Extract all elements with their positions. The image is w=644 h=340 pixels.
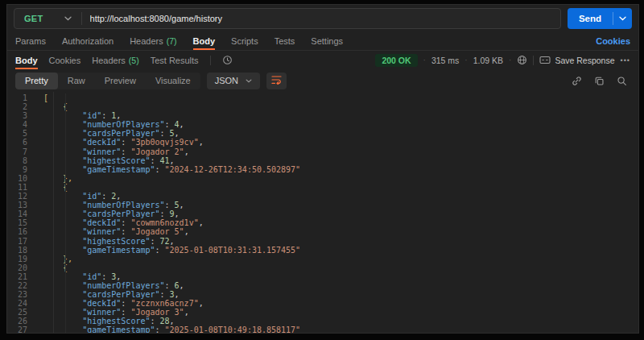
code-line: 6 "deckId": "3pb0oqvjs9cv", [7, 138, 638, 147]
line-number: 11 [7, 183, 43, 192]
line-number: 3 [7, 111, 43, 120]
line-number: 20 [7, 263, 43, 272]
code-text: "deckId": "zcznxn6acnz7", [43, 299, 204, 308]
line-number: 4 [7, 120, 43, 129]
search-icon[interactable] [617, 76, 627, 86]
divider [533, 56, 534, 65]
chevron-down-icon [246, 79, 252, 83]
dot-separator [464, 56, 467, 64]
line-number: 9 [7, 165, 43, 174]
method-select[interactable]: GET [14, 9, 81, 28]
tab-scripts[interactable]: Scripts [231, 31, 258, 50]
code-line: 15 "deckId": "cowmn6nozd1v", [7, 218, 638, 227]
response-body-editor[interactable]: 1[2 {3 "id": 1,4 "numberOfPlayers": 4,5 … [7, 92, 638, 333]
code-line: 7 "winner": "Jogador 2", [7, 147, 638, 156]
view-tab-raw[interactable]: Raw [58, 73, 95, 89]
method-url-control: GET [14, 8, 561, 29]
code-text: }, [43, 174, 72, 183]
copy-icon[interactable] [594, 76, 605, 86]
line-number: 21 [7, 272, 43, 281]
line-number: 13 [7, 201, 43, 209]
code-line: 3 "id": 1, [7, 111, 638, 120]
view-tab-pretty[interactable]: Pretty [15, 73, 58, 89]
wrap-text-icon [271, 73, 282, 88]
code-line: 22 "numberOfPlayers": 6, [7, 281, 638, 290]
link-icon[interactable] [572, 76, 582, 86]
code-text: "highestScore": 41, [43, 156, 175, 165]
response-toolbar: Body Cookies Headers(5) Test Results 200… [7, 50, 638, 69]
tab-params[interactable]: Params [15, 31, 46, 50]
line-number: 16 [7, 227, 43, 236]
divider [210, 56, 211, 65]
line-number: 7 [7, 147, 43, 156]
cookies-link[interactable]: Cookies [596, 36, 630, 46]
response-status-group: 200 OK 315 ms 1.09 KB Save Response ••• [375, 54, 630, 67]
line-number: 6 [7, 138, 43, 147]
more-options-button[interactable]: ••• [621, 56, 630, 64]
code-line: 26 "highestScore": 28, [7, 317, 638, 325]
code-line: 13 "numberOfPlayers": 5, [7, 201, 638, 209]
response-tab-headers[interactable]: Headers(5) [92, 51, 138, 69]
dot-separator [509, 56, 511, 64]
line-number: 24 [7, 299, 43, 308]
code-line: 4 "numberOfPlayers": 4, [7, 120, 638, 129]
code-text: }, [43, 255, 72, 263]
line-number: 2 [7, 102, 43, 111]
code-line: 8 "highestScore": 41, [7, 156, 638, 165]
tab-settings[interactable]: Settings [311, 31, 343, 50]
code-line: 27 "gameTimestamp": "2025-01-08T10:49:18… [7, 325, 638, 333]
line-number: 26 [7, 317, 43, 325]
line-number: 23 [7, 290, 43, 299]
send-button[interactable]: Send [568, 8, 632, 29]
code-line: 25 "winner": "Jogador 3", [7, 308, 638, 317]
view-tab-preview[interactable]: Preview [95, 73, 146, 89]
code-line: 11 { [7, 183, 638, 192]
wrap-text-button[interactable] [266, 73, 287, 89]
history-clock-icon[interactable] [222, 55, 233, 65]
code-text: "id": 2, [43, 192, 121, 201]
line-number: 22 [7, 281, 43, 290]
view-tab-visualize[interactable]: Visualize [146, 73, 200, 89]
tab-tests[interactable]: Tests [275, 31, 295, 50]
code-text: "gameTimestamp": "2025-01-08T10:31:31.15… [43, 246, 300, 255]
url-input[interactable] [82, 9, 560, 28]
code-text: "cardsPerPlayer": 3, [43, 290, 180, 299]
code-lines: 1[2 {3 "id": 1,4 "numberOfPlayers": 4,5 … [7, 93, 638, 333]
code-text: "cardsPerPlayer": 5, [43, 129, 180, 138]
tab-body[interactable]: Body [193, 31, 216, 50]
line-number: 10 [7, 174, 43, 183]
response-tab-body[interactable]: Body [15, 51, 38, 69]
code-line: 20 { [7, 263, 638, 272]
view-mode-group: Pretty Raw Preview Visualize [15, 73, 200, 89]
code-line: 12 "id": 2, [7, 192, 638, 201]
code-line: 16 "winner": "Jogador 5", [7, 227, 638, 236]
code-text: "deckId": "3pb0oqvjs9cv", [43, 138, 204, 147]
globe-icon[interactable] [517, 55, 527, 65]
code-text: [ [43, 93, 48, 102]
code-line: 14 "cardsPerPlayer": 9, [7, 209, 638, 218]
code-text: "highestScore": 72, [43, 237, 175, 246]
code-text: "id": 3, [43, 272, 121, 281]
code-actions [572, 76, 630, 86]
tab-authorization[interactable]: Authorization [62, 31, 114, 50]
code-text: "cardsPerPlayer": 9, [43, 209, 180, 218]
response-tab-cookies[interactable]: Cookies [49, 51, 81, 69]
tab-headers[interactable]: Headers(7) [130, 31, 176, 50]
response-view-toolbar: Pretty Raw Preview Visualize JSON [7, 69, 638, 92]
save-response-button[interactable]: Save Response [539, 56, 614, 65]
code-text: { [43, 183, 68, 192]
line-number: 8 [7, 156, 43, 165]
response-tab-test-results[interactable]: Test Results [151, 51, 199, 69]
response-size[interactable]: 1.09 KB [473, 56, 503, 65]
line-number: 15 [7, 218, 43, 227]
status-badge[interactable]: 200 OK [375, 54, 417, 67]
response-headers-count-badge: (5) [129, 56, 139, 65]
code-line: 2 { [7, 102, 638, 111]
line-number: 5 [7, 129, 43, 138]
response-time[interactable]: 315 ms [431, 56, 459, 65]
method-label: GET [24, 14, 43, 23]
chevron-down-icon[interactable] [613, 8, 632, 29]
save-response-label: Save Response [555, 56, 614, 65]
line-number: 1 [7, 93, 43, 102]
format-select[interactable]: JSON [207, 73, 260, 89]
